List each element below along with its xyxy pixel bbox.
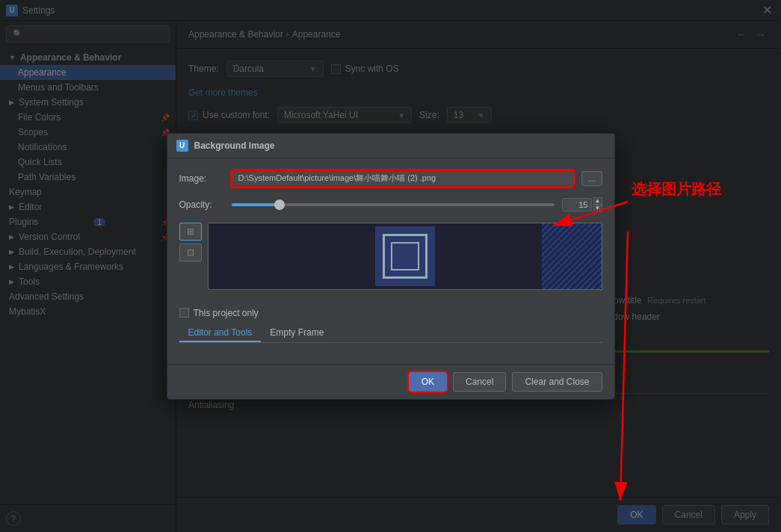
spinner-down[interactable]: ▼: [593, 205, 602, 212]
modal-body: Image: ... Opacity: 15 ▲ ▼: [167, 158, 614, 364]
image-path-row: Image: ...: [179, 170, 602, 187]
modal-header: U Background Image: [167, 134, 614, 158]
background-image-modal: U Background Image Image: ... Opacity:: [167, 133, 615, 400]
slider-fill: [232, 203, 280, 206]
opacity-spinner: ▲ ▼: [593, 197, 602, 212]
image-path-input[interactable]: [232, 170, 575, 187]
modal-overlay: U Background Image Image: ... Opacity:: [0, 0, 781, 532]
slider-track: [232, 203, 555, 206]
modal-clear-close-button[interactable]: Clear and Close: [512, 372, 602, 392]
project-only-checkbox[interactable]: [179, 308, 189, 318]
layout-center-icon[interactable]: ⊡: [179, 244, 202, 262]
opacity-slider[interactable]: [232, 197, 555, 212]
modal-icon: U: [176, 140, 188, 152]
layout-tile-icon[interactable]: ⊞: [179, 223, 202, 241]
preview-area: ⊞ ⊡: [179, 223, 602, 297]
modal-footer: OK Cancel Clear and Close: [167, 364, 614, 399]
browse-button[interactable]: ...: [581, 171, 602, 186]
project-only-label: This project only: [194, 308, 259, 318]
tab-editor-tools[interactable]: Editor and Tools: [179, 324, 262, 342]
modal-tabs: Editor and Tools Empty Frame: [179, 324, 602, 343]
modal-cancel-button[interactable]: Cancel: [453, 372, 506, 392]
opacity-value-container: 15 ▲ ▼: [562, 197, 602, 212]
spinner-up[interactable]: ▲: [593, 197, 602, 205]
this-project-only-row[interactable]: This project only: [179, 308, 602, 318]
opacity-row: Opacity: 15 ▲ ▼: [179, 197, 602, 212]
modal-ok-button[interactable]: OK: [409, 372, 447, 392]
opacity-value: 15: [562, 198, 592, 211]
image-preview: [208, 223, 602, 290]
tab-empty-frame[interactable]: Empty Frame: [261, 324, 333, 342]
modal-title: Background Image: [194, 140, 275, 151]
opacity-label: Opacity:: [179, 200, 224, 210]
image-label: Image:: [179, 173, 224, 184]
slider-thumb[interactable]: [274, 200, 285, 210]
layout-buttons: ⊞ ⊡: [179, 223, 202, 262]
